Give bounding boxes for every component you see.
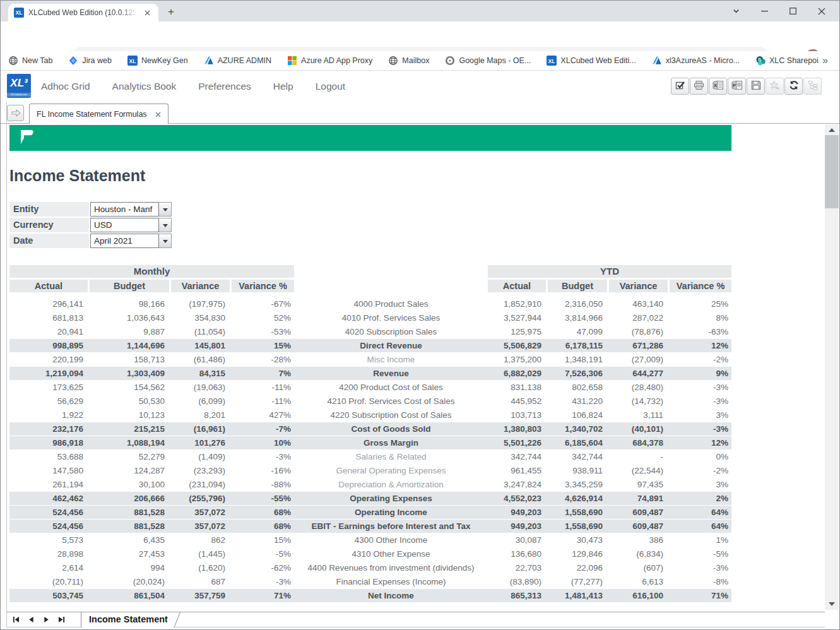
monthly-budget-cell: 98,166 bbox=[90, 297, 171, 311]
window-minimize-button[interactable] bbox=[750, 1, 779, 21]
print-button[interactable] bbox=[690, 78, 708, 95]
monthly-budget-cell: 124,287 bbox=[90, 464, 171, 478]
entity-dropdown-arrow-icon[interactable] bbox=[159, 202, 172, 217]
ytd-actual-cell: 1,375,200 bbox=[488, 353, 548, 367]
currency-dropdown[interactable]: USD bbox=[90, 218, 172, 232]
table-row: 5,5736,43586215%4300 Other Income30,0873… bbox=[9, 533, 731, 547]
doc-tab-close-icon[interactable] bbox=[155, 109, 161, 120]
xl-icon: XL bbox=[127, 56, 138, 66]
bookmark-item[interactable]: XLNewKey Gen bbox=[127, 56, 188, 66]
menu-adhoc-grid[interactable]: Adhoc Grid bbox=[41, 81, 90, 92]
date-dropdown[interactable]: April 2021 bbox=[90, 234, 172, 248]
currency-dropdown-arrow-icon[interactable] bbox=[159, 218, 172, 232]
app-bar: XL³ XLCubed.com Adhoc GridAnalytics Book… bbox=[1, 71, 839, 102]
date-dropdown-arrow-icon[interactable] bbox=[159, 234, 172, 248]
window-close-button[interactable] bbox=[807, 1, 836, 21]
monthly-variance-cell: (16,961) bbox=[171, 422, 232, 436]
bookmark-item[interactable]: Jira web bbox=[68, 56, 112, 66]
filter-row-entity: Entity Houston - Manf bbox=[9, 202, 172, 217]
ytd-variance-pct-cell: 2% bbox=[670, 492, 731, 505]
bookmark-item[interactable]: XLXLCubed Web Editi... bbox=[547, 56, 636, 66]
bookmark-item[interactable]: Mailbox bbox=[388, 56, 429, 66]
currency-value[interactable]: USD bbox=[90, 218, 159, 232]
bookmarks-overflow-chevron[interactable]: » bbox=[819, 55, 832, 66]
monthly-variance-pct-cell: -3% bbox=[232, 450, 294, 464]
menu-logout[interactable]: Logout bbox=[316, 81, 345, 92]
sheet-tab-income-statement[interactable]: Income Statement bbox=[81, 612, 172, 627]
vertical-scrollbar[interactable] bbox=[825, 124, 839, 610]
group-header-spacer bbox=[294, 265, 488, 278]
doc-tab[interactable]: FL Income Statement Formulas bbox=[29, 104, 169, 124]
sheet-first-button[interactable] bbox=[11, 615, 21, 624]
monthly-variance-pct-cell: -11% bbox=[232, 381, 294, 395]
scroll-down-icon[interactable] bbox=[825, 599, 839, 610]
excel-export-button[interactable]: X bbox=[709, 78, 727, 95]
new-tab-button[interactable]: + bbox=[165, 6, 177, 18]
ytd-actual-cell: 1,852,910 bbox=[488, 297, 548, 311]
browser-tabstrip: XL XLCubed Web Edition (10.0.125.0 + bbox=[1, 1, 839, 21]
monthly-variance-cell: 687 bbox=[171, 575, 232, 589]
table-row: 20,9419,887(11,054)-53%4020 Subscription… bbox=[9, 325, 731, 339]
account-label: 4300 Other Income bbox=[294, 533, 488, 547]
monthly-budget-cell: 1,036,643 bbox=[90, 311, 171, 325]
edit-check-button[interactable] bbox=[671, 78, 689, 95]
doc-nav-arrow-button[interactable] bbox=[7, 105, 24, 121]
bookmark-item[interactable]: xl3AzureAS - Micro... bbox=[652, 56, 740, 66]
sheet-prev-button[interactable] bbox=[26, 615, 37, 624]
sheet-next-button[interactable] bbox=[41, 615, 52, 624]
ytd-actual-cell: 103,713 bbox=[488, 408, 548, 422]
ytd-budget-cell: 129,846 bbox=[548, 547, 609, 561]
bookmark-label: XLC Sharepoint bbox=[769, 56, 819, 65]
bookmark-item[interactable]: New Tab bbox=[8, 56, 52, 66]
ytd-variance-pct-cell: 12% bbox=[670, 339, 731, 352]
save-button[interactable] bbox=[747, 78, 765, 95]
bookmark-item[interactable]: AZURE ADMIN bbox=[204, 56, 271, 66]
entity-label: Entity bbox=[9, 202, 89, 217]
scroll-up-icon[interactable] bbox=[825, 124, 839, 135]
date-value[interactable]: April 2021 bbox=[90, 234, 159, 248]
ytd-column-header: Actual bbox=[488, 280, 546, 292]
monthly-actual-cell: 261,194 bbox=[9, 478, 90, 492]
sheet-last-button[interactable] bbox=[56, 615, 67, 624]
account-label: Salaries & Related bbox=[294, 450, 488, 464]
xlcubed-logo-text: XL³ bbox=[10, 77, 27, 89]
table-row: 220,199158,713(61,486)-28%Misc Income1,3… bbox=[9, 353, 731, 367]
table-column-header-row: ActualBudgetVarianceVariance %ActualBudg… bbox=[9, 280, 731, 292]
monthly-variance-pct-cell: -55% bbox=[232, 492, 294, 505]
table-row: 1,219,0941,303,40984,3157%Revenue6,882,0… bbox=[9, 367, 731, 381]
entity-dropdown[interactable]: Houston - Manf bbox=[90, 202, 172, 217]
bookmark-label: XLCubed Web Editi... bbox=[560, 56, 636, 65]
refresh-button[interactable] bbox=[784, 78, 803, 95]
browser-tab[interactable]: XL XLCubed Web Edition (10.0.125.0 bbox=[8, 4, 158, 21]
menu-preferences[interactable]: Preferences bbox=[198, 81, 251, 92]
ytd-variance-pct-cell: 25% bbox=[670, 297, 731, 311]
menu-help[interactable]: Help bbox=[273, 81, 293, 92]
tab-close-icon[interactable] bbox=[141, 7, 153, 18]
account-label: Operating Income bbox=[294, 506, 488, 519]
filter-row-currency: Currency USD bbox=[9, 218, 172, 232]
ytd-actual-cell: 5,501,226 bbox=[488, 436, 548, 449]
monthly-actual-cell: 20,941 bbox=[9, 325, 90, 339]
account-label: 4210 Prof. Services Cost of Sales bbox=[294, 395, 488, 408]
ytd-variance-pct-cell: 71% bbox=[670, 589, 731, 602]
tab-search-chevron-icon[interactable] bbox=[722, 1, 750, 21]
ytd-budget-cell: (77,277) bbox=[548, 575, 609, 589]
monthly-budget-cell: 1,144,696 bbox=[90, 339, 171, 352]
bookmark-item[interactable]: Azure AD App Proxy bbox=[287, 56, 372, 66]
window-maximize-button[interactable] bbox=[779, 1, 807, 21]
scrollbar-thumb[interactable] bbox=[825, 135, 839, 208]
bookmark-item[interactable]: SXLC Sharepoint bbox=[755, 56, 819, 66]
bookmark-item[interactable]: Google Maps - OE... bbox=[445, 56, 531, 66]
table-row: 56,62950,530(6,099)-11%4210 Prof. Servic… bbox=[9, 395, 731, 408]
entity-value[interactable]: Houston - Manf bbox=[90, 202, 159, 217]
table-row: 232,176215,215(16,961)-7%Cost of Goods S… bbox=[9, 422, 731, 436]
ytd-variance-pct-cell: 64% bbox=[670, 520, 731, 533]
monthly-actual-cell: 524,456 bbox=[9, 520, 90, 533]
ytd-budget-cell: 1,558,690 bbox=[548, 506, 609, 519]
monthly-actual-cell: 681,813 bbox=[9, 311, 90, 325]
menu-analytics-book[interactable]: Analytics Book bbox=[112, 81, 177, 92]
azure-icon bbox=[204, 56, 214, 66]
ytd-actual-cell: 125,975 bbox=[488, 325, 548, 339]
powerpoint-export-button[interactable]: P bbox=[728, 78, 746, 95]
ytd-actual-cell: 1,380,803 bbox=[488, 422, 548, 436]
